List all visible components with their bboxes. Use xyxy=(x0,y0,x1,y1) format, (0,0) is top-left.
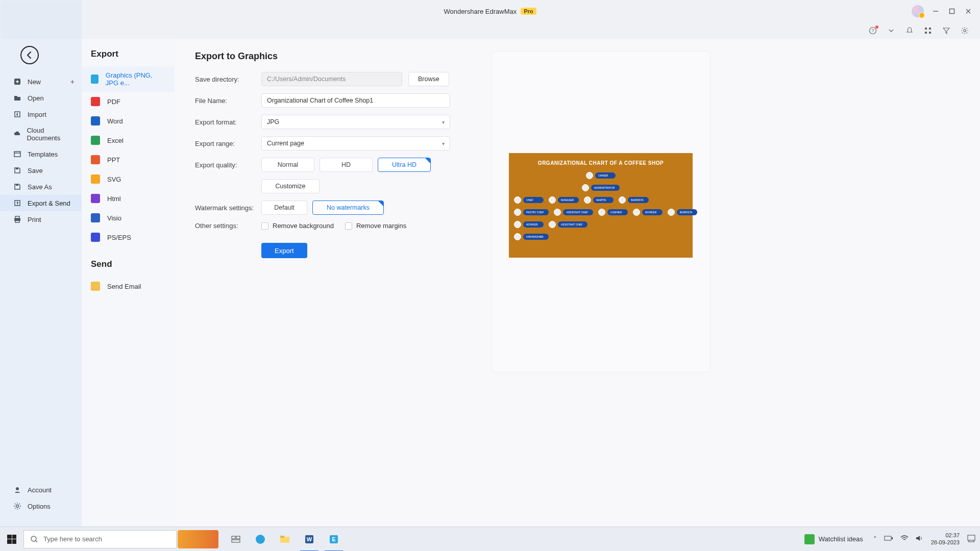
file-menu-new[interactable]: New+ xyxy=(0,73,82,90)
remove-background-checkbox[interactable]: Remove background xyxy=(261,222,334,230)
file-explorer-icon[interactable] xyxy=(273,527,297,552)
file-menu-save[interactable]: Save xyxy=(0,162,82,179)
word-icon[interactable]: W xyxy=(297,527,322,552)
quality-normal-button[interactable]: Normal xyxy=(261,158,314,172)
org-node-label: WORKER xyxy=(642,209,663,215)
org-node: ADMINISTRATOR xyxy=(582,184,620,191)
remove-margins-text: Remove margins xyxy=(356,222,406,230)
tray-clock[interactable]: 02:37 28-09-2023 xyxy=(931,532,960,545)
svg-point-25 xyxy=(16,505,19,508)
svg-rect-7 xyxy=(929,28,931,30)
back-button[interactable] xyxy=(20,46,39,64)
file-menu-label: New xyxy=(28,78,41,86)
file-menu-print[interactable]: Print xyxy=(0,211,82,228)
bell-icon[interactable] xyxy=(905,27,914,35)
browse-button[interactable]: Browse xyxy=(408,72,449,86)
volume-icon[interactable] xyxy=(916,535,924,543)
export-type-ppt[interactable]: PPT xyxy=(82,150,175,169)
org-row: DISHWASHER xyxy=(514,233,688,240)
format-value: JPG xyxy=(267,118,279,126)
file-name-input[interactable] xyxy=(261,93,450,108)
help-icon[interactable]: ? xyxy=(869,27,877,35)
svg-rect-6 xyxy=(925,28,927,30)
task-view-icon[interactable] xyxy=(224,527,248,552)
range-select[interactable]: Current page ▾ xyxy=(261,136,450,151)
file-menu-open[interactable]: Open xyxy=(0,90,82,106)
org-row: CHEFMANAGERMARTINBARRISTA xyxy=(514,196,688,204)
apps-icon[interactable] xyxy=(924,27,932,35)
maximize-button[interactable] xyxy=(948,8,955,15)
news-widget[interactable]: Watchlist ideas xyxy=(804,534,863,544)
tray-date: 28-09-2023 xyxy=(931,539,960,546)
file-menu-import[interactable]: Import xyxy=(0,106,82,122)
svg-rect-21 xyxy=(15,216,19,218)
org-node: CASHIER xyxy=(598,209,628,216)
file-menu-options[interactable]: Options xyxy=(0,498,82,514)
filetype-icon xyxy=(91,194,100,203)
avatar-icon xyxy=(582,184,589,191)
avatar-icon xyxy=(554,209,561,216)
watermark-no-watermarks-button[interactable]: No watermarks xyxy=(312,201,384,215)
file-menu-export-send[interactable]: Export & Send xyxy=(0,195,82,211)
edge-browser-icon[interactable] xyxy=(248,527,273,552)
org-node: WORKER xyxy=(633,209,663,216)
taskbar-weather-widget[interactable] xyxy=(178,530,218,548)
remove-margins-checkbox[interactable]: Remove margins xyxy=(345,222,406,230)
export-type-ps-eps[interactable]: PS/EPS xyxy=(82,228,175,247)
export-type-send-email[interactable]: Send Email xyxy=(82,277,175,296)
svg-text:W: W xyxy=(307,536,312,542)
avatar-icon xyxy=(619,196,626,204)
gear-icon[interactable] xyxy=(961,27,969,35)
svg-rect-38 xyxy=(885,536,891,540)
file-menu-save-as[interactable]: Save As xyxy=(0,179,82,195)
preview-thumbnail: ORGANIZATIONAL CHART OF A COFFEE SHOP OW… xyxy=(509,153,693,258)
export-type-visio[interactable]: Visio xyxy=(82,208,175,228)
avatar-icon xyxy=(598,209,605,216)
filetype-icon xyxy=(91,155,100,164)
wifi-icon[interactable] xyxy=(900,535,909,543)
tray-chevron-icon[interactable]: ˄ xyxy=(873,535,877,543)
file-menu-templates[interactable]: Templates xyxy=(0,146,82,162)
org-row: OWNER xyxy=(514,172,688,179)
start-button[interactable] xyxy=(0,527,23,551)
print-icon xyxy=(13,215,21,223)
export-type-word[interactable]: Word xyxy=(82,111,175,131)
plus-icon[interactable]: + xyxy=(70,78,75,86)
account-icon xyxy=(13,486,21,494)
quality-ultra-hd-button[interactable]: Ultra HD xyxy=(378,158,431,172)
export-button[interactable]: Export xyxy=(261,243,307,258)
format-select[interactable]: JPG ▾ xyxy=(261,115,450,129)
svg-rect-8 xyxy=(925,32,927,34)
close-button[interactable] xyxy=(965,8,972,15)
chevron-down-icon[interactable] xyxy=(887,27,895,35)
org-node-label: MARTIN xyxy=(593,197,614,203)
export-type-html[interactable]: Html xyxy=(82,189,175,208)
battery-icon[interactable] xyxy=(884,535,893,543)
file-menu-label: Save xyxy=(28,167,43,174)
edrawmax-app-icon[interactable]: E xyxy=(322,527,346,552)
customize-button[interactable]: Customize xyxy=(261,179,320,193)
file-menu-account[interactable]: Account xyxy=(0,482,82,498)
export-type-excel[interactable]: Excel xyxy=(82,131,175,150)
quality-label: Export quality: xyxy=(195,161,261,169)
user-avatar[interactable] xyxy=(912,5,924,17)
checkbox-icon xyxy=(261,222,268,230)
file-menu-cloud-documents[interactable]: Cloud Documents xyxy=(0,122,82,146)
filetype-icon xyxy=(91,136,100,145)
org-node: BARRISTA xyxy=(668,209,698,216)
export-type-label: PPT xyxy=(107,156,120,164)
export-type-label: Graphics (PNG, JPG e... xyxy=(106,71,165,87)
export-type-pdf[interactable]: PDF xyxy=(82,92,175,111)
news-label: Watchlist ideas xyxy=(819,535,863,543)
chevron-down-icon: ▾ xyxy=(442,141,445,146)
notifications-icon[interactable] xyxy=(967,534,976,544)
export-type-svg[interactable]: SVG xyxy=(82,169,175,189)
watermark-default-button[interactable]: Default xyxy=(261,201,307,215)
org-row: PASTRY CHEFASSISTANT CHEFCASHIERWORKERBA… xyxy=(514,209,688,216)
filter-icon[interactable] xyxy=(942,27,950,35)
org-node: MARTIN xyxy=(584,196,614,204)
minimize-button[interactable] xyxy=(932,8,939,15)
quality-hd-button[interactable]: HD xyxy=(320,158,373,172)
taskbar-search[interactable]: Type here to search xyxy=(23,530,177,548)
export-type-graphics-png-jpg-e-[interactable]: Graphics (PNG, JPG e... xyxy=(82,66,175,92)
